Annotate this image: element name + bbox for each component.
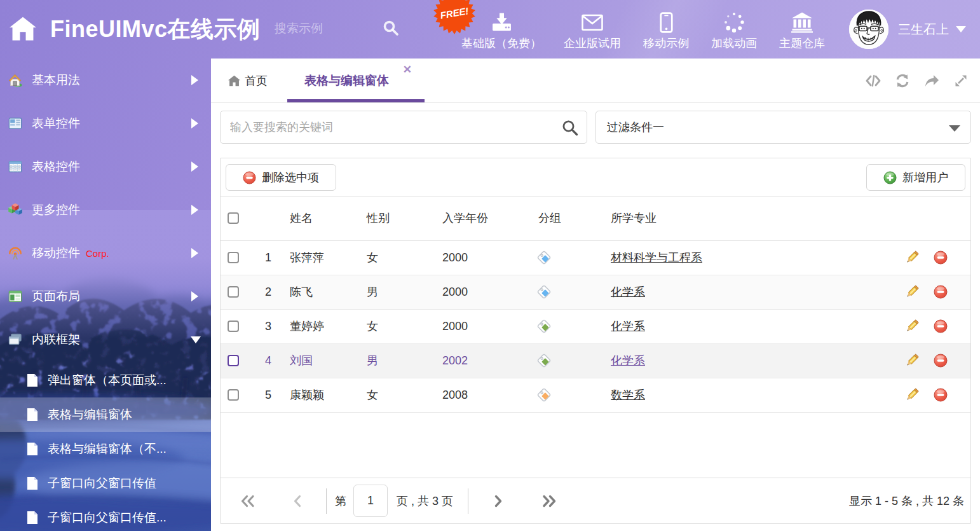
table-row[interactable]: 1张萍萍女2000材料科学与工程系 (221, 240, 970, 275)
tab-close-icon[interactable]: ✕ (403, 64, 412, 75)
cell-index: 2 (250, 275, 287, 309)
nav-item-loading-animation[interactable]: 加载动画 (711, 0, 757, 59)
delete-row-icon[interactable] (934, 354, 948, 368)
major-link[interactable]: 化学系 (611, 354, 645, 367)
free-badge: FREE! (433, 0, 475, 34)
major-link[interactable]: 数学系 (611, 389, 645, 401)
sidebar-item-label: 移动控件 (32, 245, 80, 261)
previous-page-button[interactable] (283, 487, 311, 515)
filter-dropdown[interactable]: 过滤条件一 (595, 111, 971, 144)
sidebar-subitem[interactable]: 表格与编辑窗体（不... (0, 432, 211, 466)
sidebar-item-mobile-controls[interactable]: 移动控件Corp. (0, 231, 211, 275)
column-header-major[interactable]: 所学专业 (604, 197, 862, 240)
sidebar-item-page-layout[interactable]: 页面布局 (0, 275, 211, 318)
edit-pencil-icon[interactable] (904, 353, 920, 368)
row-checkbox[interactable] (228, 286, 239, 298)
cell-year: 2008 (440, 378, 533, 412)
delete-row-icon[interactable] (934, 251, 948, 265)
brand-home-icon[interactable] (10, 16, 36, 41)
add-user-button[interactable]: 新增用户 (866, 164, 965, 191)
cell-group (533, 378, 604, 412)
sidebar-item-grid-controls[interactable]: 表格控件 (0, 145, 211, 188)
column-header-name[interactable]: 姓名 (287, 197, 363, 240)
sidebar-item-form-controls[interactable]: 表单控件 (0, 102, 211, 145)
sidebar-item-label: 表单控件 (32, 115, 80, 132)
sidebar-item-basic-usage[interactable]: 基本用法 (0, 59, 211, 102)
sidebar-subitem[interactable]: 弹出窗体（本页面或... (0, 363, 211, 397)
row-checkbox[interactable] (228, 252, 239, 263)
nav-item-enterprise-trial[interactable]: 企业版试用 (564, 0, 621, 59)
delete-row-icon[interactable] (934, 388, 948, 402)
edit-pencil-icon[interactable] (904, 319, 920, 334)
nav-label: 主题仓库 (779, 36, 825, 51)
frames-icon (8, 333, 22, 347)
chevron-right-icon (491, 494, 505, 508)
delete-row-icon[interactable] (934, 319, 948, 333)
cell-index: 5 (250, 378, 287, 412)
edit-pencil-icon[interactable] (904, 250, 920, 265)
share-icon[interactable] (924, 73, 939, 88)
cell-major: 数学系 (604, 378, 862, 412)
edit-pencil-icon[interactable] (904, 284, 920, 300)
table-row[interactable]: 3董婷婷女2000化学系 (221, 309, 970, 343)
dropdown-caret-icon (949, 125, 960, 132)
download-icon (491, 11, 512, 33)
sidebar-item-more-controls[interactable]: 更多控件 (0, 188, 211, 231)
cell-group (533, 343, 604, 378)
search-icon[interactable] (561, 119, 579, 137)
table-row[interactable]: 2陈飞男2000化学系 (221, 275, 970, 309)
top-header: FineUIMvc在线示例 FREE! 基础版（免 (0, 0, 980, 59)
sidebar-subitem-label: 表格与编辑窗体 (48, 406, 132, 423)
major-link[interactable]: 化学系 (611, 320, 645, 333)
sidebar-subitem[interactable]: 子窗口向父窗口传值... (0, 500, 211, 531)
form-icon (8, 116, 22, 130)
table-row[interactable]: 5康颖颖女2008数学系 (221, 378, 970, 412)
pager-total-pages: 页 , 共 3 页 (397, 493, 453, 509)
nav-label: 移动示例 (643, 36, 689, 51)
tab-home[interactable]: 首页 (228, 59, 268, 102)
major-link[interactable]: 化学系 (611, 286, 645, 298)
next-page-button[interactable] (484, 487, 512, 515)
row-checkbox[interactable] (228, 355, 239, 366)
nav-item-mobile-demo[interactable]: 移动示例 (643, 0, 689, 59)
tab-active[interactable]: 表格与编辑窗体 ✕ (287, 59, 425, 102)
file-icon (27, 511, 38, 525)
header-search-input[interactable] (275, 19, 376, 38)
header-search-icon[interactable] (383, 20, 399, 36)
column-header-group[interactable]: 分组 (533, 197, 604, 240)
column-header-gender[interactable]: 性别 (363, 197, 440, 240)
cell-year: 2000 (440, 309, 533, 343)
row-checkbox[interactable] (228, 321, 239, 332)
refresh-icon[interactable] (895, 73, 910, 88)
expand-icon[interactable] (953, 73, 969, 88)
chevron-right-icon (191, 162, 198, 172)
sidebar-item-iframe[interactable]: 内联框架 (0, 318, 211, 361)
app-title: FineUIMvc在线示例 (50, 14, 261, 45)
delete-selected-button[interactable]: 删除选中项 (226, 164, 336, 191)
sidebar-subitem[interactable]: 子窗口向父窗口传值 (0, 466, 211, 500)
table-icon (8, 160, 22, 174)
sidebar-subitem-label: 子窗口向父窗口传值... (48, 509, 167, 526)
last-page-button[interactable] (535, 487, 563, 515)
edit-pencil-icon[interactable] (904, 387, 920, 403)
sidebar-subitem[interactable]: 表格与编辑窗体 (0, 397, 211, 432)
row-checkbox[interactable] (228, 389, 239, 401)
source-code-icon[interactable] (866, 73, 881, 88)
tab-bar: 首页 表格与编辑窗体 ✕ (211, 59, 980, 103)
keyword-search-input[interactable] (230, 111, 548, 143)
major-link[interactable]: 材料科学与工程系 (611, 251, 702, 264)
user-menu[interactable]: 三生石上 (849, 0, 966, 59)
column-header-year[interactable]: 入学年份 (440, 197, 533, 240)
select-all-checkbox[interactable] (228, 212, 239, 224)
cell-gender: 女 (363, 378, 440, 412)
chevron-right-icon (191, 291, 198, 301)
delete-row-icon[interactable] (934, 285, 948, 299)
envelope-icon (582, 11, 603, 33)
first-page-button[interactable] (234, 487, 262, 515)
nav-item-theme-store[interactable]: 主题仓库 (779, 0, 825, 59)
grid-toolbar: 删除选中项 新增用户 (221, 158, 970, 197)
nav-item-basic-edition[interactable]: FREE! 基础版（免费） (461, 0, 541, 59)
table-row[interactable]: 4刘国男2002化学系 (221, 343, 970, 378)
cell-actions (862, 353, 970, 368)
page-number-input[interactable] (353, 485, 388, 517)
